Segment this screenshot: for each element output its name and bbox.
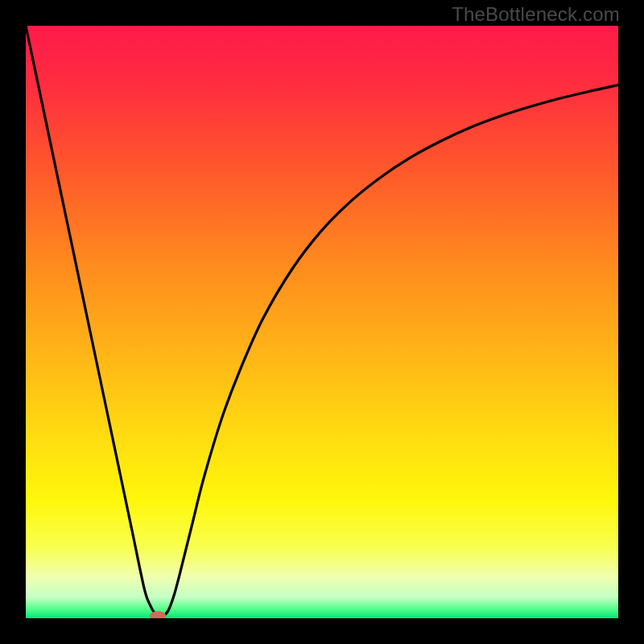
watermark-text: TheBottleneck.com bbox=[452, 3, 620, 26]
gradient-background bbox=[26, 26, 618, 618]
plot-area bbox=[26, 26, 618, 618]
chart-svg bbox=[26, 26, 618, 618]
chart-frame: TheBottleneck.com bbox=[0, 0, 644, 644]
